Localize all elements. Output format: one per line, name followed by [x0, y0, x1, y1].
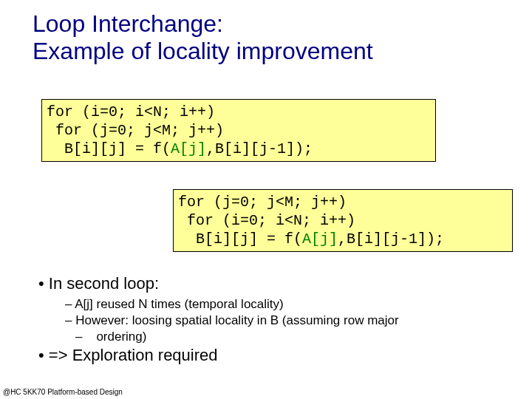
- code2-line3c: ,B[i][j-1]);: [338, 231, 444, 248]
- sub-bullet-1: A[j] reused N times (temporal locality): [65, 296, 399, 313]
- sub-bullet-2-text: ordering): [96, 330, 146, 344]
- code1-line2: for (j=0; j<M; j++): [47, 122, 224, 139]
- bullet-2: => Exploration required: [38, 345, 399, 366]
- title-line-1: Loop Interchange:: [33, 10, 223, 37]
- code1-line3a: B[i][j] = f(: [47, 140, 171, 157]
- slide-footer: @HC 5KK70 Platform-based Design: [3, 388, 123, 396]
- code1-line3c: ,B[i][j-1]);: [206, 140, 313, 157]
- bullet-1: In second loop:: [38, 273, 399, 295]
- title-line-2: Example of locality improvement: [33, 38, 373, 64]
- code2-line3a: B[i][j] = f(: [178, 231, 302, 248]
- code2-line2: for (i=0; i<N; i++): [178, 212, 355, 229]
- code2-line1: for (j=0; j<M; j++): [178, 194, 347, 211]
- sub-bullet-2-cont: – ordering): [75, 329, 399, 345]
- code1-line3b: A[j]: [171, 140, 206, 157]
- code-block-2: for (j=0; j<M; j++) for (i=0; i<N; i++) …: [173, 189, 513, 252]
- code1-line1: for (i=0; i<N; i++): [47, 103, 215, 120]
- code-block-1: for (i=0; i<N; i++) for (j=0; j<M; j++) …: [41, 99, 436, 162]
- bullet-list: In second loop: A[j] reused N times (tem…: [22, 273, 399, 367]
- sub-bullet-2: However: loosing spatial locality in B (…: [65, 313, 399, 329]
- slide-title: Loop Interchange: Example of locality im…: [0, 0, 532, 65]
- code2-line3b: A[j]: [302, 231, 338, 248]
